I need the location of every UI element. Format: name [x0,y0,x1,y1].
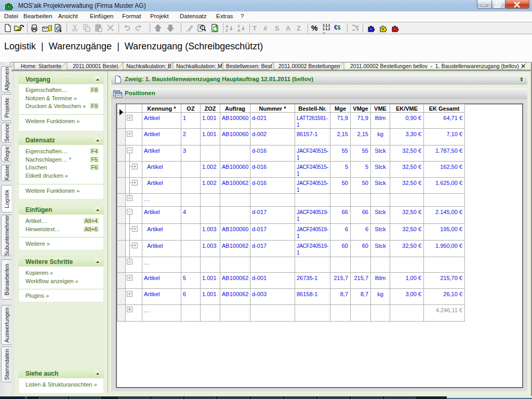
svg-text:Nachkalkulation: B: Nachkalkulation: B [126,63,171,69]
svg-text:2011.00001 Bestel: 2011.00001 Bestel [73,63,118,69]
svg-text:Nachkalkulation: M: Nachkalkulation: M [176,63,222,69]
svg-text:2011.00002 Bestellungen: 2011.00002 Bestellungen [278,63,340,69]
svg-text:Bestellwesen: Best: Bestellwesen: Best [226,63,272,69]
svg-text:2011.00002 Bestellungen bellov: 2011.00002 Bestellungen bellov - 1. Baus… [350,63,519,69]
svg-text:Home: Startseite: Home: Startseite [21,63,61,69]
